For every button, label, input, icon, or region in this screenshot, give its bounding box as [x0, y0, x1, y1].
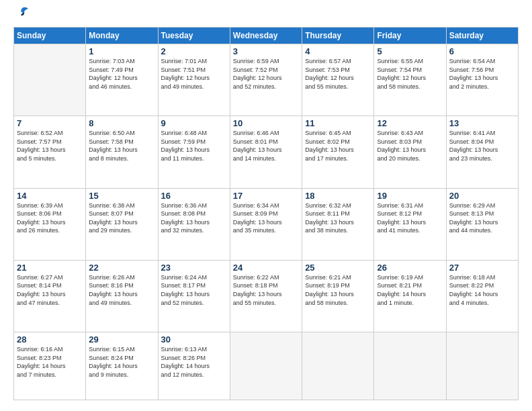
day-number: 21: [17, 263, 83, 273]
day-info: Sunrise: 6:39 AMSunset: 8:06 PMDaylight:…: [17, 201, 83, 235]
calendar-cell: 16Sunrise: 6:36 AMSunset: 8:08 PMDayligh…: [158, 188, 230, 260]
day-info: Sunrise: 7:03 AMSunset: 7:49 PMDaylight:…: [89, 57, 154, 91]
calendar-cell: [230, 332, 302, 400]
calendar-cell: 18Sunrise: 6:32 AMSunset: 8:11 PMDayligh…: [302, 188, 374, 260]
calendar-cell: 23Sunrise: 6:24 AMSunset: 8:17 PMDayligh…: [158, 260, 230, 332]
calendar-cell: 28Sunrise: 6:16 AMSunset: 8:23 PMDayligh…: [14, 332, 86, 400]
day-info: Sunrise: 6:16 AMSunset: 8:23 PMDaylight:…: [17, 345, 83, 379]
header: [13, 11, 519, 20]
calendar-cell: 25Sunrise: 6:21 AMSunset: 8:19 PMDayligh…: [302, 260, 374, 332]
day-number: 20: [449, 191, 515, 201]
day-number: 15: [89, 191, 154, 201]
day-info: Sunrise: 6:31 AMSunset: 8:12 PMDaylight:…: [377, 201, 443, 235]
day-number: 8: [89, 118, 154, 128]
calendar-cell: 15Sunrise: 6:38 AMSunset: 8:07 PMDayligh…: [86, 188, 158, 260]
page: SundayMondayTuesdayWednesdayThursdayFrid…: [0, 0, 532, 411]
day-info: Sunrise: 6:18 AMSunset: 8:22 PMDaylight:…: [449, 273, 515, 307]
day-number: 9: [161, 118, 227, 128]
calendar-cell: 19Sunrise: 6:31 AMSunset: 8:12 PMDayligh…: [374, 188, 446, 260]
calendar-cell: 21Sunrise: 6:27 AMSunset: 8:14 PMDayligh…: [14, 260, 86, 332]
calendar-cell: 17Sunrise: 6:34 AMSunset: 8:09 PMDayligh…: [230, 188, 302, 260]
day-info: Sunrise: 6:52 AMSunset: 7:57 PMDaylight:…: [17, 129, 83, 163]
day-info: Sunrise: 7:01 AMSunset: 7:51 PMDaylight:…: [161, 57, 227, 91]
calendar-cell: 3Sunrise: 6:59 AMSunset: 7:52 PMDaylight…: [230, 44, 302, 116]
calendar-cell: [374, 332, 446, 400]
calendar-cell: 10Sunrise: 6:46 AMSunset: 8:01 PMDayligh…: [230, 116, 302, 188]
day-number: 5: [377, 46, 443, 56]
day-number: 29: [89, 334, 154, 345]
day-info: Sunrise: 6:46 AMSunset: 8:01 PMDaylight:…: [233, 129, 299, 163]
day-number: 12: [377, 118, 443, 128]
logo: [13, 11, 30, 20]
day-info: Sunrise: 6:54 AMSunset: 7:56 PMDaylight:…: [449, 57, 515, 91]
day-number: 13: [449, 118, 515, 128]
day-info: Sunrise: 6:26 AMSunset: 8:16 PMDaylight:…: [89, 273, 154, 307]
day-info: Sunrise: 6:57 AMSunset: 7:53 PMDaylight:…: [305, 57, 371, 91]
day-info: Sunrise: 6:15 AMSunset: 8:24 PMDaylight:…: [89, 345, 154, 379]
day-info: Sunrise: 6:55 AMSunset: 7:54 PMDaylight:…: [377, 57, 443, 91]
weekday-header-tuesday: Tuesday: [158, 28, 230, 44]
calendar-cell: 26Sunrise: 6:19 AMSunset: 8:21 PMDayligh…: [374, 260, 446, 332]
day-info: Sunrise: 6:43 AMSunset: 8:03 PMDaylight:…: [377, 129, 443, 163]
day-number: 11: [305, 118, 371, 128]
day-info: Sunrise: 6:24 AMSunset: 8:17 PMDaylight:…: [161, 273, 227, 307]
calendar-cell: 13Sunrise: 6:41 AMSunset: 8:04 PMDayligh…: [446, 116, 518, 188]
day-number: 22: [89, 263, 154, 273]
day-number: 18: [305, 191, 371, 201]
calendar-cell: 22Sunrise: 6:26 AMSunset: 8:16 PMDayligh…: [86, 260, 158, 332]
weekday-header-monday: Monday: [86, 28, 158, 44]
day-info: Sunrise: 6:38 AMSunset: 8:07 PMDaylight:…: [89, 201, 154, 235]
day-number: 25: [305, 263, 371, 273]
weekday-header-sunday: Sunday: [14, 28, 86, 44]
day-number: 16: [161, 191, 227, 201]
day-number: 14: [17, 191, 83, 201]
day-info: Sunrise: 6:50 AMSunset: 7:58 PMDaylight:…: [89, 129, 154, 163]
calendar-cell: 24Sunrise: 6:22 AMSunset: 8:18 PMDayligh…: [230, 260, 302, 332]
calendar-cell: 11Sunrise: 6:45 AMSunset: 8:02 PMDayligh…: [302, 116, 374, 188]
day-info: Sunrise: 6:21 AMSunset: 8:19 PMDaylight:…: [305, 273, 371, 307]
day-number: 2: [161, 46, 227, 56]
calendar-cell: 4Sunrise: 6:57 AMSunset: 7:53 PMDaylight…: [302, 44, 374, 116]
day-number: 1: [89, 46, 154, 56]
day-number: 3: [233, 46, 299, 56]
calendar-cell: 12Sunrise: 6:43 AMSunset: 8:03 PMDayligh…: [374, 116, 446, 188]
day-number: 26: [377, 263, 443, 273]
calendar-cell: 6Sunrise: 6:54 AMSunset: 7:56 PMDaylight…: [446, 44, 518, 116]
day-number: 7: [17, 118, 83, 128]
day-number: 27: [449, 263, 515, 273]
day-number: 30: [161, 334, 227, 345]
calendar-cell: 7Sunrise: 6:52 AMSunset: 7:57 PMDaylight…: [14, 116, 86, 188]
day-number: 24: [233, 263, 299, 273]
calendar-cell: 5Sunrise: 6:55 AMSunset: 7:54 PMDaylight…: [374, 44, 446, 116]
day-info: Sunrise: 6:36 AMSunset: 8:08 PMDaylight:…: [161, 201, 227, 235]
weekday-header-thursday: Thursday: [302, 28, 374, 44]
day-info: Sunrise: 6:22 AMSunset: 8:18 PMDaylight:…: [233, 273, 299, 307]
day-number: 28: [17, 334, 83, 345]
day-info: Sunrise: 6:48 AMSunset: 7:59 PMDaylight:…: [161, 129, 227, 163]
day-info: Sunrise: 6:34 AMSunset: 8:09 PMDaylight:…: [233, 201, 299, 235]
calendar-cell: [302, 332, 374, 400]
weekday-header-saturday: Saturday: [446, 28, 518, 44]
day-number: 19: [377, 191, 443, 201]
day-number: 17: [233, 191, 299, 201]
calendar-cell: 29Sunrise: 6:15 AMSunset: 8:24 PMDayligh…: [86, 332, 158, 400]
calendar-cell: 2Sunrise: 7:01 AMSunset: 7:51 PMDaylight…: [158, 44, 230, 116]
weekday-header-friday: Friday: [374, 28, 446, 44]
day-info: Sunrise: 6:13 AMSunset: 8:26 PMDaylight:…: [161, 345, 227, 379]
day-info: Sunrise: 6:29 AMSunset: 8:13 PMDaylight:…: [449, 201, 515, 235]
day-info: Sunrise: 6:41 AMSunset: 8:04 PMDaylight:…: [449, 129, 515, 163]
day-number: 10: [233, 118, 299, 128]
calendar-cell: 1Sunrise: 7:03 AMSunset: 7:49 PMDaylight…: [86, 44, 158, 116]
weekday-header-wednesday: Wednesday: [230, 28, 302, 44]
calendar-cell: 14Sunrise: 6:39 AMSunset: 8:06 PMDayligh…: [14, 188, 86, 260]
calendar-cell: 30Sunrise: 6:13 AMSunset: 8:26 PMDayligh…: [158, 332, 230, 400]
day-info: Sunrise: 6:59 AMSunset: 7:52 PMDaylight:…: [233, 57, 299, 91]
calendar-cell: 27Sunrise: 6:18 AMSunset: 8:22 PMDayligh…: [446, 260, 518, 332]
calendar-cell: 8Sunrise: 6:50 AMSunset: 7:58 PMDaylight…: [86, 116, 158, 188]
calendar-table: SundayMondayTuesdayWednesdayThursdayFrid…: [13, 27, 519, 400]
day-number: 4: [305, 46, 371, 56]
day-number: 6: [449, 46, 515, 56]
calendar-cell: [446, 332, 518, 400]
day-info: Sunrise: 6:45 AMSunset: 8:02 PMDaylight:…: [305, 129, 371, 163]
day-info: Sunrise: 6:32 AMSunset: 8:11 PMDaylight:…: [305, 201, 371, 235]
